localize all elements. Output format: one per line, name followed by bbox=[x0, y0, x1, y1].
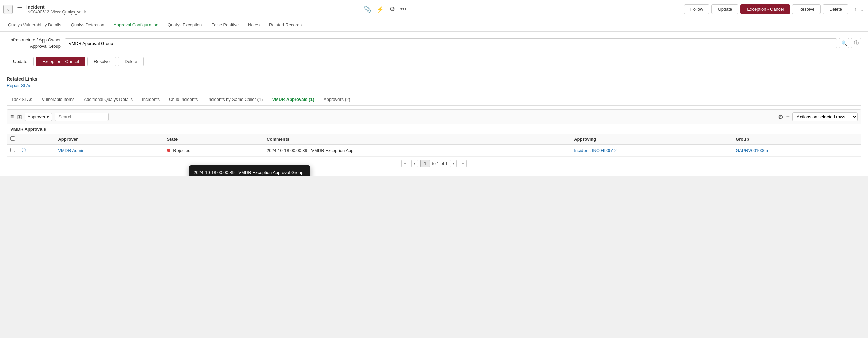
tab-approval-config[interactable]: Approval Configuration bbox=[109, 19, 163, 31]
filter-dropdown[interactable]: Approver ▾ bbox=[25, 113, 52, 121]
follow-button[interactable]: Follow bbox=[684, 4, 710, 14]
row-approver-cell: VMDR Admin bbox=[55, 145, 163, 157]
incident-number: INC0490512 bbox=[26, 10, 49, 15]
more-icon[interactable]: ••• bbox=[400, 6, 407, 13]
col-approving: Approving bbox=[571, 134, 732, 145]
incident-info: Incident INC0490512 View: Qualys_vmdr bbox=[26, 4, 86, 15]
resolve-button[interactable]: Resolve bbox=[792, 4, 821, 14]
row-state-cell: Rejected bbox=[164, 145, 264, 157]
tab-qualys-vuln[interactable]: Qualys Vulnerability Details bbox=[3, 19, 66, 31]
table-header-row: Approver State Comments Approving Group bbox=[7, 134, 861, 145]
menu-icon[interactable]: ☰ bbox=[16, 4, 24, 15]
state-text: Rejected bbox=[173, 148, 190, 153]
row-info-cell: ⓘ bbox=[18, 145, 55, 157]
tab-qualys-detect[interactable]: Qualys Detection bbox=[66, 19, 109, 31]
approval-search-button[interactable]: 🔍 bbox=[839, 38, 849, 48]
approver-link[interactable]: VMDR Admin bbox=[58, 148, 84, 153]
actions-select[interactable]: Actions on selected rows...DeleteExport bbox=[792, 112, 858, 121]
current-page: 1 bbox=[420, 160, 430, 167]
header-center: 📎 ⚡ ⚙ ••• bbox=[89, 6, 681, 13]
col-comments: Comments bbox=[263, 134, 571, 145]
row-group-cell: GAPRV0010065 bbox=[732, 145, 861, 157]
funnel-icon[interactable]: ⊞ bbox=[17, 113, 22, 121]
approval-input-wrap: 🔍 ⓘ bbox=[65, 38, 861, 48]
table-toolbar: ≡ ⊞ Approver ▾ ⚙ − Actions on selected r… bbox=[7, 110, 861, 124]
tab-notes[interactable]: Notes bbox=[243, 19, 264, 31]
tooltip-overlay: 2024-10-18 00:00:39 - VMDR Exception App… bbox=[189, 165, 310, 176]
col-checkbox bbox=[7, 134, 18, 145]
action-delete-button[interactable]: Delete bbox=[118, 57, 144, 66]
paperclip-icon[interactable]: 📎 bbox=[364, 6, 371, 13]
table-search-input[interactable] bbox=[55, 113, 109, 121]
collapse-icon[interactable]: − bbox=[786, 113, 790, 120]
first-page-button[interactable]: « bbox=[401, 160, 409, 167]
vmdr-approvals-label: VMDR Approvals bbox=[7, 124, 861, 134]
last-page-button[interactable]: » bbox=[459, 160, 466, 167]
filter-label: Approver bbox=[28, 114, 46, 119]
row-checkbox[interactable] bbox=[10, 148, 15, 152]
info-icon: ⓘ bbox=[854, 40, 859, 46]
row-comments-cell: 2024-10-18 00:00:39 - VMDR Exception App bbox=[263, 145, 571, 157]
lines-icon[interactable]: ≡ bbox=[10, 113, 14, 120]
related-links-section: Related Links Repair SLAs bbox=[7, 72, 861, 89]
sub-tab-vulnerable-items[interactable]: Vulnerable Items bbox=[37, 93, 79, 106]
delete-button[interactable]: Delete bbox=[823, 4, 848, 14]
main-content: Infrastructure / App Owner Approval Grou… bbox=[0, 32, 868, 176]
col-approver: Approver bbox=[55, 134, 163, 145]
pulse-icon[interactable]: ⚡ bbox=[377, 6, 384, 13]
col-group: Group bbox=[732, 134, 861, 145]
approval-group-label: Infrastructure / App Owner Approval Grou… bbox=[7, 37, 61, 49]
related-links-title: Related Links bbox=[7, 76, 861, 82]
filter-chevron-icon: ▾ bbox=[47, 114, 49, 119]
header-actions: Follow Update Exception - Cancel Resolve… bbox=[684, 4, 848, 14]
col-state: State bbox=[164, 134, 264, 145]
exception-cancel-button[interactable]: Exception - Cancel bbox=[740, 4, 790, 14]
incident-title: Incident bbox=[26, 4, 86, 10]
table-area: ≡ ⊞ Approver ▾ ⚙ − Actions on selected r… bbox=[7, 109, 861, 170]
approving-link[interactable]: Incident: INC0490512 bbox=[574, 148, 617, 153]
header: ‹ ☰ Incident INC0490512 View: Qualys_vmd… bbox=[0, 0, 868, 19]
sub-tab-incidents[interactable]: Incidents bbox=[137, 93, 164, 106]
incident-view: View: Qualys_vmdr bbox=[51, 10, 86, 15]
action-update-button[interactable]: Update bbox=[7, 57, 34, 66]
next-page-button[interactable]: › bbox=[450, 160, 457, 167]
row-checkbox-cell bbox=[7, 145, 18, 157]
sub-tabs-bar: Task SLAsVulnerable ItemsAdditional Qual… bbox=[7, 93, 861, 106]
row-approving-cell: Incident: INC0490512 bbox=[571, 145, 732, 157]
gear-icon[interactable]: ⚙ bbox=[778, 113, 783, 121]
group-link[interactable]: GAPRV0010065 bbox=[736, 148, 768, 153]
action-resolve-button[interactable]: Resolve bbox=[87, 57, 116, 66]
incident-id: INC0490512 View: Qualys_vmdr bbox=[26, 10, 86, 15]
tab-related-records[interactable]: Related Records bbox=[264, 19, 306, 31]
sub-tab-child-incidents[interactable]: Child Incidents bbox=[164, 93, 202, 106]
search-icon: 🔍 bbox=[841, 40, 847, 46]
approval-info-button[interactable]: ⓘ bbox=[851, 38, 861, 48]
settings-icon[interactable]: ⚙ bbox=[389, 6, 395, 13]
top-tabs-bar: Qualys Vulnerability DetailsQualys Detec… bbox=[0, 19, 868, 32]
sub-tab-vmdr-approvals[interactable]: VMDR Approvals (1) bbox=[267, 93, 319, 106]
prev-page-button[interactable]: ‹ bbox=[411, 160, 418, 167]
state-dot bbox=[167, 149, 170, 152]
toolbar-left: ≡ ⊞ Approver ▾ bbox=[10, 113, 109, 121]
nav-arrows: ↑ ↓ bbox=[852, 6, 865, 13]
nav-down-button[interactable]: ↓ bbox=[859, 6, 865, 13]
action-exception-cancel-button[interactable]: Exception - Cancel bbox=[36, 57, 85, 66]
sub-tab-task-slas[interactable]: Task SLAs bbox=[7, 93, 37, 106]
col-info bbox=[18, 134, 55, 145]
header-left: ‹ ☰ Incident INC0490512 View: Qualys_vmd… bbox=[3, 4, 86, 15]
toolbar-right: ⚙ − Actions on selected rows...DeleteExp… bbox=[778, 112, 858, 121]
action-buttons-row: Update Exception - Cancel Resolve Delete bbox=[7, 53, 861, 72]
tab-false-positive[interactable]: False Positive bbox=[207, 19, 243, 31]
back-button[interactable]: ‹ bbox=[3, 5, 13, 14]
nav-up-button[interactable]: ↑ bbox=[852, 6, 858, 13]
update-button[interactable]: Update bbox=[711, 4, 738, 14]
tab-qualys-exception[interactable]: Qualys Exception bbox=[163, 19, 207, 31]
sub-tab-approvers[interactable]: Approvers (2) bbox=[319, 93, 355, 106]
approval-group-input[interactable] bbox=[65, 38, 837, 48]
sub-tab-additional-qualys[interactable]: Additional Qualys Details bbox=[79, 93, 138, 106]
pagination: « ‹ 1 to 1 of 1 › » bbox=[7, 157, 861, 170]
select-all-checkbox[interactable] bbox=[10, 136, 15, 141]
row-info-icon[interactable]: ⓘ bbox=[22, 148, 26, 153]
repair-slas-link[interactable]: Repair SLAs bbox=[7, 83, 31, 88]
sub-tab-incidents-same-caller[interactable]: Incidents by Same Caller (1) bbox=[202, 93, 267, 106]
